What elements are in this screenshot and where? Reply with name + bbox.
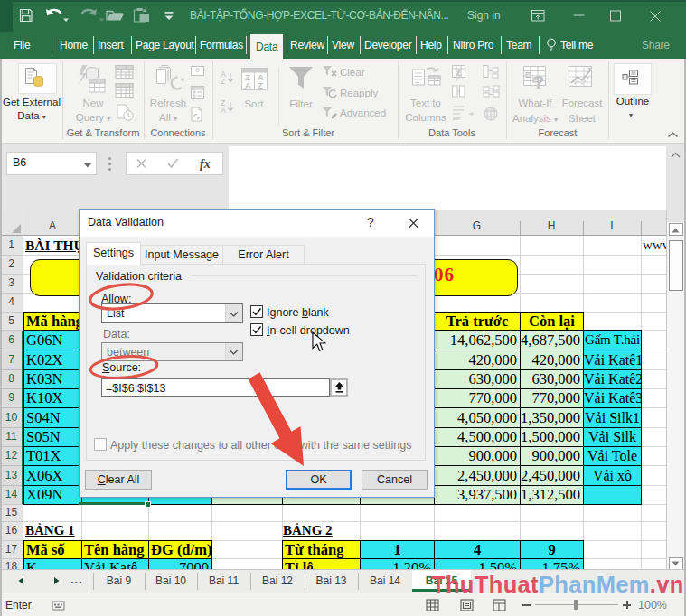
svg-text:A: A xyxy=(245,80,251,90)
svg-text:fx: fx xyxy=(200,157,211,171)
svg-text:?: ? xyxy=(533,72,544,92)
svg-text:Z: Z xyxy=(258,80,263,90)
